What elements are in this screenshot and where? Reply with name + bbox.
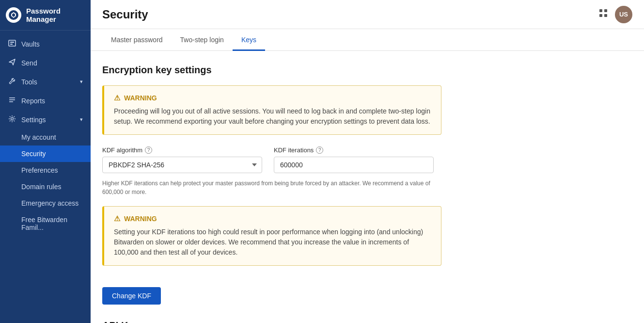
my-account-label: My account [21, 133, 56, 141]
svg-rect-3 [10, 44, 13, 45]
grid-icon[interactable] [598, 8, 608, 20]
tools-icon [8, 77, 16, 86]
sidebar-item-reports[interactable]: Reports [0, 91, 91, 110]
svg-rect-11 [604, 14, 607, 17]
sidebar-item-tools[interactable]: Tools ▾ [0, 72, 91, 91]
svg-rect-2 [10, 42, 14, 43]
page-title: Security [102, 8, 148, 21]
reports-label: Reports [21, 97, 83, 105]
emergency-access-label: Emergency access [21, 199, 79, 207]
api-key-section-title: API Key [102, 320, 632, 323]
sidebar-item-free-bitwarden[interactable]: Free Bitwarden Famil... [0, 211, 91, 236]
kdf-iterations-help-icon[interactable]: ? [316, 146, 323, 154]
topbar-right: US [598, 6, 632, 23]
kdf-algorithm-group: KDF algorithm ? PBKDF2 SHA-256 Argon2id [102, 146, 262, 173]
app-title: Password Manager [26, 7, 85, 23]
sidebar-item-send[interactable]: Send [0, 53, 91, 72]
svg-rect-4 [9, 97, 15, 98]
kdf-iterations-input[interactable] [274, 157, 434, 173]
send-label: Send [21, 59, 83, 67]
warning-header-1: ⚠ WARNING [114, 94, 431, 102]
settings-label: Settings [21, 116, 75, 124]
svg-point-7 [11, 118, 14, 120]
tab-keys[interactable]: Keys [233, 29, 265, 51]
avatar[interactable]: US [615, 6, 632, 23]
kdf-hint-text: Higher KDF iterations can help protect y… [102, 179, 441, 196]
sidebar-item-settings[interactable]: Settings ▾ [0, 110, 91, 129]
tab-two-step-login[interactable]: Two-step login [172, 29, 233, 51]
warning-box-1: ⚠ WARNING Proceeding will log you out of… [102, 85, 441, 135]
warning-text-1: Proceeding will log you out of all activ… [114, 106, 431, 127]
settings-arrow: ▾ [80, 116, 83, 123]
sidebar-item-preferences[interactable]: Preferences [0, 162, 91, 178]
kdf-form-row: KDF algorithm ? PBKDF2 SHA-256 Argon2id … [102, 146, 632, 173]
vaults-icon [8, 39, 16, 48]
preferences-label: Preferences [21, 166, 58, 174]
sidebar-nav: Vaults Send Tools ▾ Reports Settings [0, 31, 91, 323]
sidebar-item-emergency-access[interactable]: Emergency access [0, 195, 91, 211]
sidebar-header: Password Manager [0, 0, 91, 31]
domain-rules-label: Domain rules [21, 183, 61, 191]
kdf-iterations-label: KDF iterations ? [274, 146, 434, 154]
tools-label: Tools [21, 78, 75, 86]
sidebar-item-vaults[interactable]: Vaults [0, 34, 91, 53]
warning-header-2: ⚠ WARNING [114, 214, 431, 223]
free-bitwarden-label: Free Bitwarden Famil... [21, 216, 83, 231]
topbar: Security US [91, 0, 644, 29]
change-kdf-button[interactable]: Change KDF [102, 287, 161, 305]
warning-icon-2: ⚠ [114, 214, 120, 223]
svg-rect-1 [9, 40, 16, 46]
sidebar-item-my-account[interactable]: My account [0, 129, 91, 145]
warning-icon-1: ⚠ [114, 94, 120, 102]
settings-icon [8, 115, 16, 124]
security-label: Security [21, 150, 46, 158]
svg-rect-10 [599, 14, 602, 17]
send-icon [8, 58, 16, 67]
kdf-algorithm-select[interactable]: PBKDF2 SHA-256 Argon2id [102, 157, 262, 173]
svg-rect-8 [599, 9, 602, 12]
logo-icon [9, 10, 18, 20]
sidebar-item-domain-rules[interactable]: Domain rules [0, 178, 91, 195]
content-area: Encryption key settings ⚠ WARNING Procee… [91, 51, 644, 323]
kdf-algorithm-label: KDF algorithm ? [102, 146, 262, 154]
tabs-bar: Master password Two-step login Keys [91, 29, 644, 51]
svg-rect-6 [9, 101, 13, 102]
warning-text-2: Setting your KDF iterations too high cou… [114, 227, 431, 258]
tools-arrow: ▾ [80, 79, 83, 85]
app-logo [6, 7, 21, 23]
kdf-algorithm-help-icon[interactable]: ? [145, 146, 152, 154]
sidebar-item-security[interactable]: Security [0, 145, 91, 162]
tab-master-password[interactable]: Master password [102, 29, 172, 51]
encryption-section-title: Encryption key settings [102, 65, 632, 76]
svg-rect-5 [9, 99, 15, 100]
vaults-label: Vaults [21, 40, 83, 48]
kdf-iterations-group: KDF iterations ? [274, 146, 434, 173]
main-content: Security US Master password Two-step log… [91, 0, 644, 323]
svg-rect-9 [604, 9, 607, 12]
sidebar: Password Manager Vaults Send Tools ▾ [0, 0, 91, 323]
reports-icon [8, 96, 16, 105]
warning-box-2: ⚠ WARNING Setting your KDF iterations to… [102, 206, 441, 266]
